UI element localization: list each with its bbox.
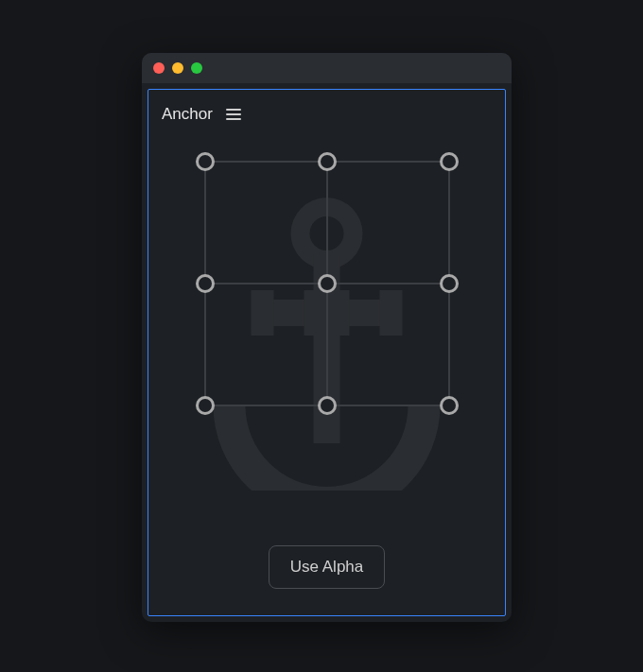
- anchor-grid: [205, 162, 449, 405]
- anchor-handle-bottom-left[interactable]: [196, 396, 215, 415]
- use-alpha-button[interactable]: Use Alpha: [269, 545, 386, 589]
- zoom-icon[interactable]: [191, 62, 202, 74]
- anchor-handle-middle-left[interactable]: [196, 274, 215, 293]
- anchor-handle-middle-right[interactable]: [440, 274, 459, 293]
- close-icon[interactable]: [153, 62, 165, 74]
- app-window: Anchor: [142, 53, 512, 622]
- button-row: Use Alpha: [148, 545, 505, 615]
- panel-title: Anchor: [162, 105, 213, 124]
- anchor-area: [148, 133, 505, 545]
- anchor-panel: Anchor: [148, 89, 506, 616]
- anchor-handle-middle-center[interactable]: [318, 274, 337, 293]
- menu-icon[interactable]: [226, 109, 241, 120]
- anchor-handle-top-left[interactable]: [196, 152, 215, 171]
- anchor-handle-bottom-right[interactable]: [440, 396, 459, 415]
- titlebar: [142, 53, 512, 83]
- anchor-handle-top-center[interactable]: [318, 152, 337, 171]
- panel-header: Anchor: [148, 90, 505, 133]
- minimize-icon[interactable]: [172, 62, 183, 74]
- anchor-handle-bottom-center[interactable]: [318, 396, 337, 415]
- anchor-handle-top-right[interactable]: [440, 152, 459, 171]
